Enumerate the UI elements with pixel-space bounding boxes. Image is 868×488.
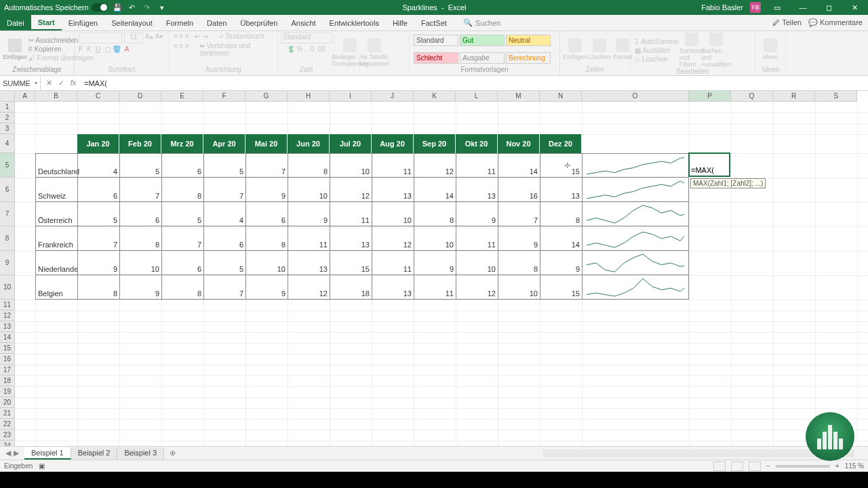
- cell-F9[interactable]: 5: [203, 251, 245, 275]
- style-ausgabe[interactable]: Ausgabe: [460, 52, 505, 64]
- cell-O10[interactable]: [582, 275, 689, 300]
- cell-N4[interactable]: Dez 20: [540, 134, 582, 153]
- cell-M7[interactable]: 7: [498, 202, 540, 226]
- cell-J9[interactable]: 11: [372, 251, 414, 275]
- cell-C10[interactable]: 8: [77, 275, 119, 300]
- autosave-toggle[interactable]: Automatisches Speichern: [4, 3, 108, 12]
- col-header-P[interactable]: P: [689, 91, 731, 102]
- cell-K6[interactable]: 14: [414, 178, 456, 202]
- undo-icon[interactable]: ↶: [127, 2, 138, 13]
- cancel-formula-icon[interactable]: ✕: [43, 79, 54, 87]
- cell-M5[interactable]: 14: [498, 153, 540, 178]
- row-header-16[interactable]: 16: [0, 354, 15, 365]
- tab-hilfe[interactable]: Hilfe: [386, 15, 414, 30]
- row-header-21[interactable]: 21: [0, 408, 15, 419]
- tab-einfügen[interactable]: Einfügen: [62, 15, 104, 30]
- cell-O7[interactable]: [582, 202, 689, 226]
- cell-N7[interactable]: 8: [540, 202, 582, 226]
- row-header-4[interactable]: 4: [0, 134, 15, 153]
- tab-daten[interactable]: Daten: [200, 15, 233, 30]
- zoom-out-icon[interactable]: −: [766, 462, 770, 470]
- name-box[interactable]: SUMME▾: [0, 76, 41, 90]
- zoom-level[interactable]: 115 %: [845, 462, 864, 470]
- font-size-box[interactable]: 11: [124, 33, 143, 43]
- sheet-tab-beispiel-3[interactable]: Beispiel 3: [117, 447, 164, 460]
- cell-K8[interactable]: 10: [414, 226, 456, 251]
- cell-G9[interactable]: 10: [245, 251, 288, 275]
- macro-record-icon[interactable]: ▣: [39, 462, 45, 470]
- cell-D6[interactable]: 7: [119, 178, 161, 202]
- row-header-18[interactable]: 18: [0, 375, 15, 386]
- row-header-6[interactable]: 6: [0, 178, 15, 202]
- cell-I7[interactable]: 11: [330, 202, 372, 226]
- cell-M8[interactable]: 9: [498, 226, 540, 251]
- tab-file[interactable]: Datei: [0, 15, 31, 30]
- cell-I9[interactable]: 15: [330, 251, 372, 275]
- cell-F5[interactable]: 5: [203, 153, 245, 178]
- active-cell[interactable]: =MAX(: [688, 152, 730, 177]
- col-header-E[interactable]: E: [161, 91, 203, 102]
- col-header-J[interactable]: J: [372, 91, 414, 102]
- share-button[interactable]: 🖉 Teilen: [772, 18, 802, 27]
- cell-I10[interactable]: 18: [330, 275, 372, 300]
- row-header-12[interactable]: 12: [0, 310, 15, 321]
- cell-I4[interactable]: Jul 20: [330, 134, 372, 153]
- cell-G8[interactable]: 8: [245, 226, 288, 251]
- col-header-D[interactable]: D: [119, 91, 161, 102]
- cell-G5[interactable]: 7: [245, 153, 288, 178]
- col-header-A[interactable]: A: [15, 91, 35, 102]
- tab-seitenlayout[interactable]: Seitenlayout: [104, 15, 159, 30]
- col-header-K[interactable]: K: [414, 91, 456, 102]
- col-header-Q[interactable]: Q: [731, 91, 773, 102]
- insert-cells-button[interactable]: Einfügen: [564, 39, 586, 60]
- cell-E8[interactable]: 7: [161, 226, 203, 251]
- row-header-14[interactable]: 14: [0, 332, 15, 343]
- cell-M4[interactable]: Nov 20: [498, 134, 540, 153]
- wrap-text-button[interactable]: ⤶ Textumbruch: [218, 33, 264, 40]
- row-header-5[interactable]: 5: [0, 153, 15, 178]
- cell-D9[interactable]: 10: [119, 251, 161, 275]
- ribbon-options-icon[interactable]: ▭: [768, 1, 787, 14]
- sheet-nav-prev-icon[interactable]: ◀: [5, 449, 11, 458]
- col-header-R[interactable]: R: [773, 91, 815, 102]
- row-header-9[interactable]: 9: [0, 251, 15, 275]
- cell-M6[interactable]: 16: [498, 178, 540, 202]
- row-header-1[interactable]: 1: [0, 102, 15, 113]
- row-header-11[interactable]: 11: [0, 300, 15, 310]
- cell-K7[interactable]: 8: [414, 202, 456, 226]
- paste-button[interactable]: Einfügen: [4, 39, 26, 60]
- cell-L4[interactable]: Okt 20: [456, 134, 498, 153]
- cell-O5[interactable]: [582, 153, 689, 178]
- col-header-O[interactable]: O: [582, 91, 689, 102]
- cell-E5[interactable]: 6: [161, 153, 203, 178]
- save-icon[interactable]: 💾: [112, 2, 123, 13]
- row-header-15[interactable]: 15: [0, 343, 15, 354]
- select-all-corner[interactable]: [0, 91, 15, 102]
- cell-C6[interactable]: 6: [77, 178, 119, 202]
- row-header-17[interactable]: 17: [0, 365, 15, 375]
- cell-J10[interactable]: 13: [372, 275, 414, 300]
- cell-K9[interactable]: 9: [414, 251, 456, 275]
- cell-N10[interactable]: 15: [540, 275, 582, 300]
- cell-F7[interactable]: 4: [203, 202, 245, 226]
- row-header-3[interactable]: 3: [0, 123, 15, 134]
- cell-B10[interactable]: Belgien: [35, 275, 77, 300]
- zoom-slider[interactable]: [776, 465, 830, 468]
- cell-G4[interactable]: Mai 20: [245, 134, 288, 153]
- cell-E4[interactable]: Mrz 20: [161, 134, 203, 153]
- cell-B5[interactable]: Deutschland: [35, 153, 77, 178]
- cell-J6[interactable]: 13: [372, 178, 414, 202]
- cell-H7[interactable]: 9: [288, 202, 330, 226]
- cell-N8[interactable]: 14: [540, 226, 582, 251]
- style-schlecht[interactable]: Schlecht: [414, 52, 458, 64]
- row-header-8[interactable]: 8: [0, 226, 15, 251]
- view-page-layout-icon[interactable]: [731, 462, 743, 471]
- format-cells-button[interactable]: Format: [613, 39, 633, 60]
- comments-button[interactable]: 💬 Kommentare: [808, 18, 863, 27]
- cell-L8[interactable]: 11: [456, 226, 498, 251]
- sheet-tab-beispiel-2[interactable]: Beispiel 2: [71, 447, 118, 460]
- cell-G10[interactable]: 9: [245, 275, 288, 300]
- tab-start[interactable]: Start: [31, 15, 62, 30]
- number-format-dropdown[interactable]: Standard: [281, 33, 332, 43]
- cond-format-button[interactable]: Bedingte Formatierung: [339, 39, 361, 67]
